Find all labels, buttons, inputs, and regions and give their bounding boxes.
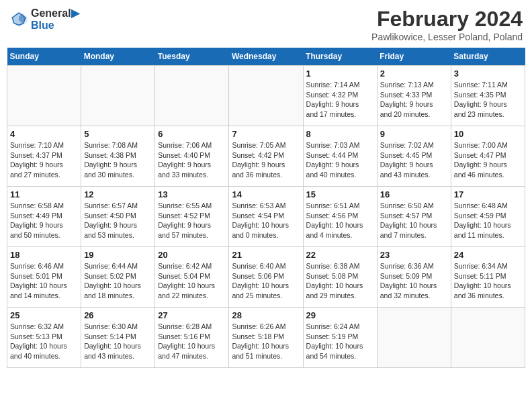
day-info: Sunrise: 7:02 AMSunset: 4:45 PMDaylight:… <box>380 140 448 180</box>
day-number: 24 <box>454 250 522 260</box>
calendar-cell-w3-d3: 13Sunrise: 6:55 AMSunset: 4:52 PMDayligh… <box>155 187 229 247</box>
calendar-cell-w2-d6: 9Sunrise: 7:02 AMSunset: 4:45 PMDaylight… <box>377 126 451 187</box>
day-info: Sunrise: 6:58 AMSunset: 4:49 PMDaylight:… <box>10 201 78 240</box>
calendar-cell-w2-d1: 4Sunrise: 7:10 AMSunset: 4:37 PMDaylight… <box>7 126 81 187</box>
day-info: Sunrise: 7:13 AMSunset: 4:33 PMDaylight:… <box>380 80 448 120</box>
day-number: 7 <box>232 129 300 139</box>
calendar-cell-w4-d1: 18Sunrise: 6:46 AMSunset: 5:01 PMDayligh… <box>7 247 81 308</box>
week-row-5: 25Sunrise: 6:32 AMSunset: 5:13 PMDayligh… <box>7 308 525 368</box>
week-row-3: 11Sunrise: 6:58 AMSunset: 4:49 PMDayligh… <box>7 187 525 247</box>
page-subtitle: Pawlikowice, Lesser Poland, Poland <box>371 32 523 42</box>
day-info: Sunrise: 7:10 AMSunset: 4:37 PMDaylight:… <box>10 140 78 180</box>
day-info: Sunrise: 6:40 AMSunset: 5:06 PMDaylight:… <box>232 261 300 301</box>
header-wednesday: Wednesday <box>229 48 303 66</box>
day-number: 27 <box>158 310 226 320</box>
day-info: Sunrise: 7:11 AMSunset: 4:35 PMDaylight:… <box>454 80 522 120</box>
logo-text: General▶ Blue <box>31 7 79 32</box>
calendar-cell-w5-d3: 27Sunrise: 6:28 AMSunset: 5:16 PMDayligh… <box>155 308 229 368</box>
day-info: Sunrise: 6:32 AMSunset: 5:13 PMDaylight:… <box>10 322 78 361</box>
logo: General▶ Blue <box>9 7 79 32</box>
day-number: 18 <box>10 250 78 260</box>
title-block: February 2024 Pawlikowice, Lesser Poland… <box>371 7 523 42</box>
day-number: 22 <box>306 250 374 260</box>
page-header: General▶ Blue February 2024 Pawlikowice,… <box>7 7 525 42</box>
day-number: 9 <box>380 129 448 139</box>
day-info: Sunrise: 6:24 AMSunset: 5:19 PMDaylight:… <box>306 322 374 361</box>
day-info: Sunrise: 6:46 AMSunset: 5:01 PMDaylight:… <box>10 261 78 301</box>
calendar-cell-w2-d4: 7Sunrise: 7:05 AMSunset: 4:42 PMDaylight… <box>229 126 303 187</box>
day-number: 3 <box>454 68 522 79</box>
calendar-cell-w3-d7: 17Sunrise: 6:48 AMSunset: 4:59 PMDayligh… <box>451 187 525 247</box>
calendar-cell-w4-d5: 22Sunrise: 6:38 AMSunset: 5:08 PMDayligh… <box>303 247 377 308</box>
day-info: Sunrise: 6:36 AMSunset: 5:09 PMDaylight:… <box>380 261 448 301</box>
calendar-cell-w2-d5: 8Sunrise: 7:03 AMSunset: 4:44 PMDaylight… <box>303 126 377 187</box>
day-number: 19 <box>84 250 152 260</box>
day-info: Sunrise: 6:38 AMSunset: 5:08 PMDaylight:… <box>306 261 374 301</box>
page-title: February 2024 <box>371 7 523 32</box>
day-info: Sunrise: 6:51 AMSunset: 4:56 PMDaylight:… <box>306 201 374 240</box>
calendar-cell-w3-d4: 14Sunrise: 6:53 AMSunset: 4:54 PMDayligh… <box>229 187 303 247</box>
day-info: Sunrise: 7:14 AMSunset: 4:32 PMDaylight:… <box>306 80 374 120</box>
day-number: 15 <box>306 189 374 199</box>
calendar-cell-w2-d3: 6Sunrise: 7:06 AMSunset: 4:40 PMDaylight… <box>155 126 229 187</box>
calendar-cell-w4-d7: 24Sunrise: 6:34 AMSunset: 5:11 PMDayligh… <box>451 247 525 308</box>
day-info: Sunrise: 6:55 AMSunset: 4:52 PMDaylight:… <box>158 201 226 240</box>
day-info: Sunrise: 7:06 AMSunset: 4:40 PMDaylight:… <box>158 140 226 180</box>
logo-icon <box>9 10 28 29</box>
day-number: 25 <box>10 310 78 320</box>
week-row-2: 4Sunrise: 7:10 AMSunset: 4:37 PMDaylight… <box>7 126 525 187</box>
header-monday: Monday <box>81 48 155 66</box>
calendar-cell-w3-d6: 16Sunrise: 6:50 AMSunset: 4:57 PMDayligh… <box>377 187 451 247</box>
calendar-cell-w5-d6 <box>377 308 451 368</box>
day-info: Sunrise: 6:48 AMSunset: 4:59 PMDaylight:… <box>454 201 522 240</box>
day-info: Sunrise: 7:08 AMSunset: 4:38 PMDaylight:… <box>84 140 152 180</box>
day-info: Sunrise: 6:28 AMSunset: 5:16 PMDaylight:… <box>158 322 226 361</box>
day-info: Sunrise: 6:44 AMSunset: 5:02 PMDaylight:… <box>84 261 152 301</box>
calendar-table: Sunday Monday Tuesday Wednesday Thursday… <box>7 48 525 368</box>
day-number: 28 <box>232 310 300 320</box>
day-number: 16 <box>380 189 448 199</box>
day-number: 2 <box>380 68 448 79</box>
calendar-cell-w5-d4: 28Sunrise: 6:26 AMSunset: 5:18 PMDayligh… <box>229 308 303 368</box>
day-info: Sunrise: 6:53 AMSunset: 4:54 PMDaylight:… <box>232 201 300 240</box>
day-number: 29 <box>306 310 374 320</box>
day-info: Sunrise: 7:03 AMSunset: 4:44 PMDaylight:… <box>306 140 374 180</box>
calendar-header-row: Sunday Monday Tuesday Wednesday Thursday… <box>7 48 525 66</box>
day-number: 14 <box>232 189 300 199</box>
calendar-cell-w4-d2: 19Sunrise: 6:44 AMSunset: 5:02 PMDayligh… <box>81 247 155 308</box>
day-info: Sunrise: 6:42 AMSunset: 5:04 PMDaylight:… <box>158 261 226 301</box>
day-number: 17 <box>454 189 522 199</box>
day-number: 13 <box>158 189 226 199</box>
day-number: 11 <box>10 189 78 199</box>
calendar-cell-w2-d7: 10Sunrise: 7:00 AMSunset: 4:47 PMDayligh… <box>451 126 525 187</box>
calendar-cell-w3-d1: 11Sunrise: 6:58 AMSunset: 4:49 PMDayligh… <box>7 187 81 247</box>
week-row-4: 18Sunrise: 6:46 AMSunset: 5:01 PMDayligh… <box>7 247 525 308</box>
day-number: 20 <box>158 250 226 260</box>
header-tuesday: Tuesday <box>155 48 229 66</box>
calendar-cell-w4-d6: 23Sunrise: 6:36 AMSunset: 5:09 PMDayligh… <box>377 247 451 308</box>
week-row-1: 1Sunrise: 7:14 AMSunset: 4:32 PMDaylight… <box>7 66 525 126</box>
calendar-cell-w1-d5: 1Sunrise: 7:14 AMSunset: 4:32 PMDaylight… <box>303 66 377 126</box>
day-number: 6 <box>158 129 226 139</box>
calendar-cell-w5-d2: 26Sunrise: 6:30 AMSunset: 5:14 PMDayligh… <box>81 308 155 368</box>
day-info: Sunrise: 6:26 AMSunset: 5:18 PMDaylight:… <box>232 322 300 361</box>
calendar-cell-w1-d1 <box>7 66 81 126</box>
day-number: 21 <box>232 250 300 260</box>
calendar-cell-w1-d6: 2Sunrise: 7:13 AMSunset: 4:33 PMDaylight… <box>377 66 451 126</box>
header-saturday: Saturday <box>451 48 525 66</box>
calendar-cell-w1-d7: 3Sunrise: 7:11 AMSunset: 4:35 PMDaylight… <box>451 66 525 126</box>
day-number: 12 <box>84 189 152 199</box>
calendar-cell-w1-d2 <box>81 66 155 126</box>
calendar-cell-w2-d2: 5Sunrise: 7:08 AMSunset: 4:38 PMDaylight… <box>81 126 155 187</box>
day-info: Sunrise: 7:00 AMSunset: 4:47 PMDaylight:… <box>454 140 522 180</box>
day-number: 1 <box>306 68 374 79</box>
day-info: Sunrise: 6:30 AMSunset: 5:14 PMDaylight:… <box>84 322 152 361</box>
calendar-cell-w4-d3: 20Sunrise: 6:42 AMSunset: 5:04 PMDayligh… <box>155 247 229 308</box>
day-number: 8 <box>306 129 374 139</box>
day-number: 4 <box>10 129 78 139</box>
day-number: 26 <box>84 310 152 320</box>
day-info: Sunrise: 6:50 AMSunset: 4:57 PMDaylight:… <box>380 201 448 240</box>
day-number: 10 <box>454 129 522 139</box>
day-info: Sunrise: 7:05 AMSunset: 4:42 PMDaylight:… <box>232 140 300 180</box>
header-friday: Friday <box>377 48 451 66</box>
